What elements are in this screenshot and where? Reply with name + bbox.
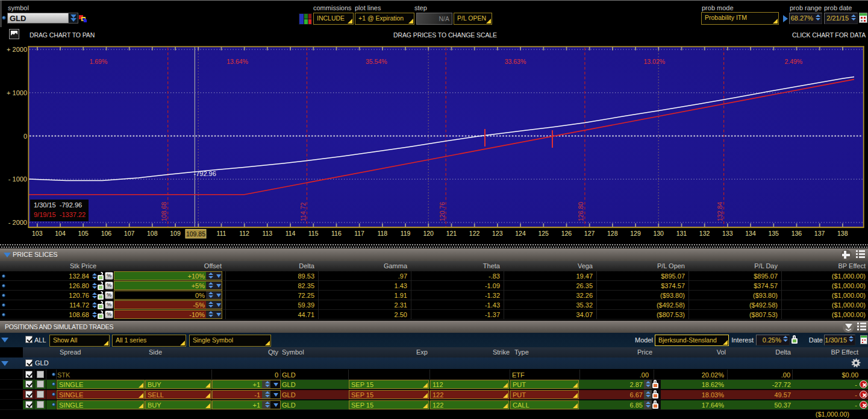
svg-text:138: 138 [837,230,848,237]
svg-text:122: 122 [469,230,480,237]
svg-text:113: 113 [262,230,272,237]
svg-text:126: 126 [561,230,572,237]
svg-text:136: 136 [792,230,802,237]
svg-text:117: 117 [354,230,364,237]
svg-text:109.85: 109.85 [186,230,205,238]
svg-text:124: 124 [515,230,526,237]
svg-text:135: 135 [768,230,779,237]
svg-text:132.84: 132.84 [716,202,723,221]
svg-text:9/19/15 -1337.22: 9/19/15 -1337.22 [34,211,86,218]
svg-text:114: 114 [286,230,296,237]
svg-text:133: 133 [722,230,733,237]
svg-text:121: 121 [446,230,457,237]
svg-text:104: 104 [55,230,66,237]
svg-text:126.80: 126.80 [577,202,584,221]
svg-text:129: 129 [630,230,641,237]
svg-text:2.49%: 2.49% [784,58,802,65]
svg-text:115: 115 [308,230,319,237]
svg-text:109: 109 [170,230,181,237]
svg-text:125: 125 [538,230,549,237]
svg-text:+ 2000: + 2000 [7,46,27,53]
svg-text:116: 116 [331,230,342,237]
svg-text:130: 130 [653,230,664,237]
svg-text:137: 137 [814,230,825,237]
svg-text:13.02%: 13.02% [643,58,665,65]
svg-text:119: 119 [401,230,411,237]
svg-text:33.63%: 33.63% [505,58,526,65]
svg-text:134: 134 [745,230,756,237]
svg-text:131: 131 [676,230,687,237]
svg-text:108.68: 108.68 [160,202,167,221]
svg-text:128: 128 [607,230,618,237]
svg-text:- 1000: - 1000 [8,175,27,183]
svg-text:- 2000: - 2000 [8,219,27,226]
svg-text:103: 103 [32,230,43,237]
svg-text:127: 127 [584,230,595,237]
svg-text:105: 105 [78,230,89,237]
svg-text:108: 108 [147,230,158,237]
svg-text:114.72: 114.72 [299,203,307,221]
svg-text:+ 1000: + 1000 [7,89,27,96]
svg-text:120: 120 [423,230,434,237]
svg-text:1/30/15 -792.96: 1/30/15 -792.96 [34,201,82,209]
svg-text:120.76: 120.76 [439,202,446,221]
svg-text:-792.96: -792.96 [194,170,216,177]
svg-text:132: 132 [699,230,710,237]
svg-text:112: 112 [239,230,249,237]
svg-text:0: 0 [23,133,27,140]
svg-text:118: 118 [377,230,387,237]
svg-text:35.54%: 35.54% [366,58,387,65]
svg-text:123: 123 [492,230,503,237]
svg-text:1.69%: 1.69% [90,58,108,65]
svg-text:111: 111 [216,230,226,237]
svg-text:107: 107 [124,230,135,237]
svg-text:106: 106 [101,230,112,237]
svg-text:13.64%: 13.64% [226,58,248,65]
